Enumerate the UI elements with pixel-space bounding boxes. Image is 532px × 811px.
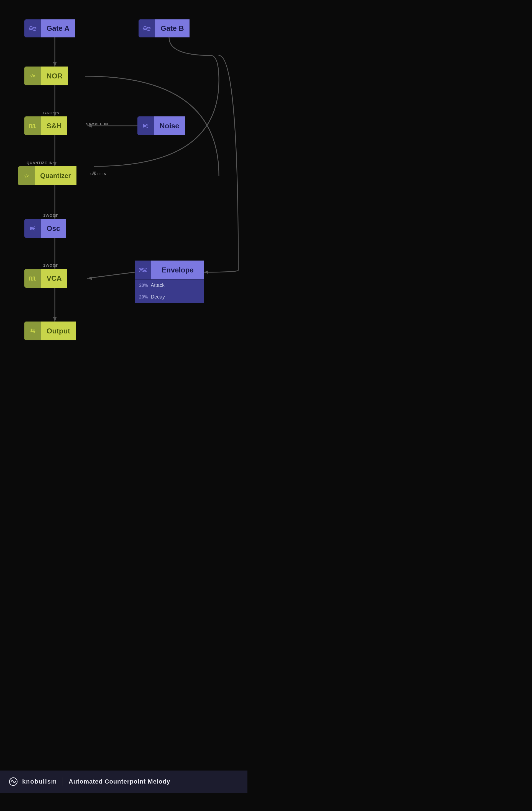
brand-name: knobulism: [22, 778, 57, 785]
gate-in-label-1: GATE IN: [43, 111, 60, 115]
one-v-oct-label-2: 1V/OCT: [43, 263, 58, 267]
vca-module[interactable]: VCA: [25, 269, 85, 288]
sh-module[interactable]: S&H: [25, 117, 85, 135]
sample-in-label: SAMPLE IN: [86, 122, 108, 126]
envelope-icon: [135, 261, 151, 279]
decay-row: 20% Decay: [135, 291, 204, 303]
svg-marker-17: [53, 317, 57, 322]
decay-pct: 20%: [139, 295, 151, 300]
noise-label: Noise: [154, 117, 185, 135]
gate-a-label: Gate A: [41, 19, 75, 37]
nor-module[interactable]: √x NOR: [25, 66, 85, 86]
svg-line-23: [33, 227, 34, 228]
svg-marker-1: [53, 62, 57, 66]
gate-a-icon: [25, 19, 41, 37]
bottom-bar: knobulism Automated Counterpoint Melody: [0, 770, 247, 793]
gate-a-module[interactable]: Gate A: [25, 19, 85, 37]
svg-line-25: [33, 229, 34, 230]
gate-in-label-2: GATE IN: [90, 172, 107, 176]
noise-icon: [138, 117, 154, 135]
nor-icon: √x: [25, 66, 41, 86]
output-label: Output: [41, 322, 76, 340]
quantizer-module[interactable]: √x Quantizer: [18, 166, 87, 185]
envelope-params: 20% Attack 20% Decay: [135, 279, 204, 303]
brand-logo-icon: [8, 777, 18, 786]
sh-icon: [25, 117, 41, 135]
osc-module[interactable]: Osc: [25, 219, 85, 238]
svg-marker-14: [88, 277, 92, 280]
nor-label: NOR: [41, 66, 68, 86]
svg-line-13: [88, 272, 135, 278]
osc-label: Osc: [41, 219, 66, 238]
envelope-label: Envelope: [151, 261, 204, 279]
vca-label: VCA: [41, 269, 67, 288]
svg-marker-15: [204, 271, 208, 274]
svg-line-21: [146, 127, 147, 127]
gate-b-module[interactable]: Gate B: [139, 19, 200, 37]
attack-row: 20% Attack: [135, 279, 204, 291]
output-module[interactable]: ⇆ Output: [25, 322, 85, 340]
attack-pct: 20%: [139, 283, 151, 288]
output-icon: ⇆: [25, 322, 41, 340]
svg-marker-18: [143, 124, 146, 128]
attack-label: Attack: [151, 282, 165, 288]
sh-label: S&H: [41, 117, 67, 135]
quantizer-icon: √x: [18, 166, 35, 185]
gate-b-label: Gate B: [155, 19, 189, 37]
noise-module[interactable]: Noise: [138, 117, 198, 135]
gate-b-icon: [139, 19, 155, 37]
quantizer-label: Quantizer: [35, 166, 77, 185]
envelope-module[interactable]: Envelope 20% Attack 20% Decay: [135, 261, 204, 303]
svg-marker-8: [53, 162, 57, 166]
osc-icon: [25, 219, 41, 238]
quantize-in-label: QUANTIZE IN: [27, 161, 53, 165]
one-v-oct-label-1: 1V/OCT: [43, 213, 58, 218]
brand-divider: [63, 778, 63, 786]
svg-marker-22: [30, 227, 33, 230]
svg-line-19: [146, 124, 147, 125]
brand-tagline: Automated Counterpoint Melody: [69, 778, 170, 785]
vca-icon: [25, 269, 41, 288]
decay-label: Decay: [151, 294, 165, 300]
